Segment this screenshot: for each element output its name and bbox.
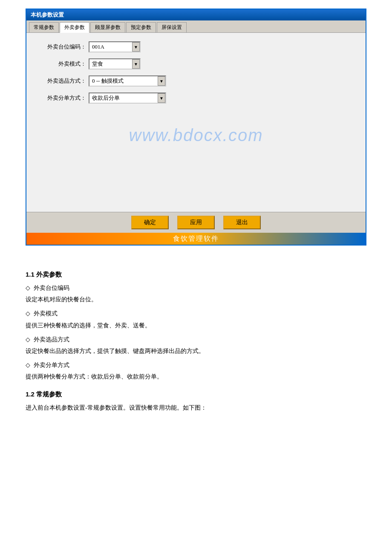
- tab-display-params[interactable]: 顾显屏参数: [90, 22, 125, 32]
- dialog-tabs: 常规参数 外卖参数 顾显屏参数 预定参数 屏保设置: [26, 20, 366, 33]
- apply-button[interactable]: 应用: [177, 216, 215, 229]
- select-value-split-method: 收款后分单: [89, 93, 158, 103]
- item4-para: 提供两种快餐分单方式：收款后分单、收款前分单。: [26, 371, 366, 382]
- item2-para: 提供三种快餐格式的选择，堂食、外卖、送餐。: [26, 320, 366, 331]
- item1-subheading: ◇ 外卖台位编码: [26, 283, 366, 293]
- select-value-mode: 堂食: [89, 59, 132, 69]
- select-mode[interactable]: 堂食 ▼: [89, 58, 141, 69]
- section2-heading: 1.2 常规参数: [26, 388, 366, 400]
- settings-dialog: 本机参数设置 常规参数 外卖参数 顾显屏参数 预定参数 屏保设置 外卖: [26, 9, 366, 246]
- confirm-button[interactable]: 确定: [131, 216, 169, 229]
- label-split-method: 外卖分单方式：: [39, 94, 86, 102]
- select-value-station-code: 001A: [89, 43, 132, 51]
- select-arrow-select-method[interactable]: ▼: [158, 76, 165, 86]
- footer-brand: 食饮管理软件: [26, 233, 366, 245]
- dialog-body: 外卖台位编码： 001A ▼ 外卖模式： 堂食 ▼ 外卖选品方式： 0 -- 触…: [26, 33, 366, 212]
- dialog-titlebar: 本机参数设置: [26, 9, 366, 20]
- item3-subheading: ◇ 外卖选品方式: [26, 334, 366, 345]
- section2-para: 进入前台本机参数设置-常规参数设置。设置快餐常用功能。如下图：: [26, 402, 366, 413]
- section1-heading: 1.1 外卖参数: [26, 269, 366, 280]
- tab-takeout-params[interactable]: 外卖参数: [60, 22, 89, 33]
- section1-items: ◇ 外卖台位编码 设定本机对应的快餐台位。 ◇ 外卖模式 提供三种快餐格式的选择…: [26, 283, 366, 382]
- form-row-mode: 外卖模式： 堂食 ▼: [39, 58, 353, 69]
- label-mode: 外卖模式：: [39, 60, 86, 68]
- select-select-method[interactable]: 0 -- 触摸模式 ▼: [89, 75, 166, 87]
- watermark-area: www.bdocx.com: [39, 110, 353, 161]
- tab-regular-params[interactable]: 常规参数: [29, 22, 59, 32]
- select-station-code[interactable]: 001A ▼: [89, 41, 141, 52]
- diamond-icon-4: ◇: [26, 362, 30, 368]
- doc-content: 1.1 外卖参数 ◇ 外卖台位编码 设定本机对应的快餐台位。 ◇ 外卖模式 提供…: [26, 254, 366, 413]
- exit-button[interactable]: 退出: [223, 216, 261, 229]
- item4-subheading: ◇ 外卖分单方式: [26, 360, 366, 370]
- label-station-code: 外卖台位编码：: [39, 43, 86, 51]
- tab-reservation-params[interactable]: 预定参数: [126, 22, 156, 32]
- select-value-select-method: 0 -- 触摸模式: [89, 76, 158, 86]
- form-row-split-method: 外卖分单方式： 收款后分单 ▼: [39, 92, 353, 104]
- dialog-title: 本机参数设置: [31, 12, 64, 18]
- brand-text: 食饮管理软件: [173, 234, 219, 243]
- item3-para: 设定快餐出品的选择方式，提供了触摸、键盘两种选择出品的方式。: [26, 346, 366, 356]
- tab-screensaver-settings[interactable]: 屏保设置: [157, 22, 187, 32]
- form-row-station-code: 外卖台位编码： 001A ▼: [39, 41, 353, 52]
- select-split-method[interactable]: 收款后分单 ▼: [89, 92, 166, 104]
- label-select-method: 外卖选品方式：: [39, 77, 86, 85]
- select-arrow-station-code[interactable]: ▼: [132, 42, 140, 52]
- form-row-select-method: 外卖选品方式： 0 -- 触摸模式 ▼: [39, 75, 353, 87]
- select-arrow-mode[interactable]: ▼: [132, 59, 140, 69]
- watermark-text: www.bdocx.com: [129, 126, 263, 145]
- item2-subheading: ◇ 外卖模式: [26, 308, 366, 319]
- diamond-icon-1: ◇: [26, 285, 30, 291]
- diamond-icon-3: ◇: [26, 336, 30, 343]
- item1-para: 设定本机对应的快餐台位。: [26, 294, 366, 305]
- select-arrow-split-method[interactable]: ▼: [158, 93, 165, 103]
- dialog-footer: 确定 应用 退出: [26, 212, 366, 233]
- diamond-icon-2: ◇: [26, 310, 30, 317]
